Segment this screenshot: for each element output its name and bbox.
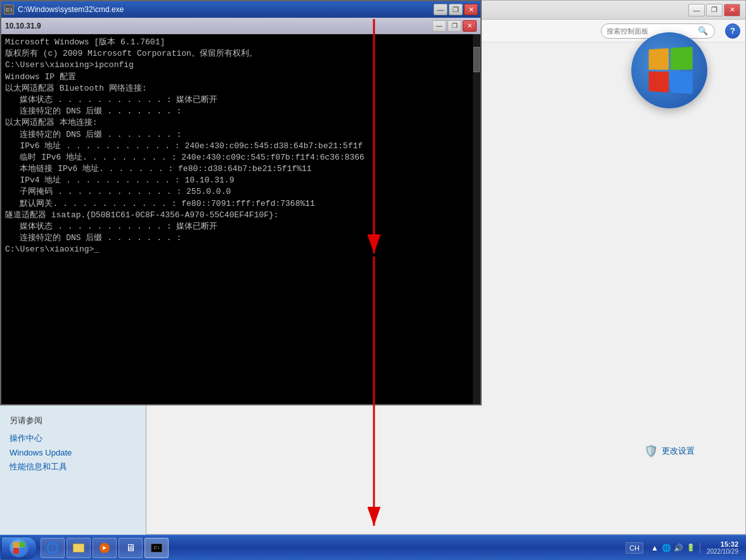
cmd-line: Microsoft Windows [版本 6.1.7601] [5,37,477,48]
cmd-line: C:\Users\xiaoxing>_ [5,244,477,255]
cmd-line: Windows IP 配置 [5,72,477,83]
cmd-line: 隧道适配器 isatap.{D50B1C61-0C8F-4356-A970-55… [5,210,477,221]
sidebar-link-action-center[interactable]: 操作中心 [10,433,136,444]
cp-help-button[interactable]: ? [725,23,740,39]
win-flag-q4 [670,72,692,94]
change-settings-button[interactable]: 🛡️ 更改设置 [644,444,695,458]
start-flag-q1 [13,542,19,548]
cmd-line: 连接特定的 DNS 后缀 . . . . . . . : [5,232,477,244]
tray-icon-battery: 🔋 [686,543,696,553]
start-flag-q4 [20,548,25,554]
taskbar-item-cmd[interactable]: C:\ [145,538,169,558]
cp-minimize-button[interactable]: — [688,4,705,16]
cmd-line: IPv6 地址 . . . . . . . . . . . : 240e:430… [5,141,477,152]
tray-icons: ▲ 🌐 🔊 🔋 [646,543,700,553]
clock-area[interactable]: 15:32 2022/10/29 [703,540,742,555]
cp-titlebar-buttons: — ❐ ✕ [688,4,740,16]
cmd-minimize-button[interactable]: — [434,4,447,15]
also-see-title: 另请参阅 [10,415,136,426]
cmd-window: C:\ C:\Windows\system32\cmd.exe — ❐ ✕ 10… [0,0,482,405]
lang-indicator[interactable]: CH [626,542,643,554]
putty-restore-button[interactable]: ❐ [447,20,461,32]
windows-logo [631,32,707,108]
taskbar-item-media[interactable]: ▶ [93,538,117,558]
start-button[interactable] [1,537,37,559]
cmd-line: IPv4 地址 . . . . . . . . . . . : 10.10.31… [5,175,477,186]
cmd-line: 子网掩码 . . . . . . . . . . . . : 255.0.0.0 [5,186,477,198]
bottom-left-sidebar: 另请参阅 操作中心 Windows Update 性能信息和工具 [0,405,146,535]
taskbar-right: CH ▲ 🌐 🔊 🔋 15:32 2022/10/29 [626,540,746,555]
cmd-window-icon: C:\ [4,4,14,15]
cmd-taskbar-icon-bg: C:\ [151,544,162,552]
change-settings-label: 更改设置 [662,445,695,457]
tray-icon-volume[interactable]: 🔊 [674,543,684,553]
windows-flag-logo [649,47,693,94]
cmd-title-buttons: — ❐ ✕ [434,4,478,15]
cmd-scroll-thumb[interactable] [473,47,480,72]
putty-close-button[interactable]: ✕ [463,20,477,32]
putty-title-buttons: — ❐ ✕ [432,20,477,32]
taskbar-item-ie[interactable]: e [41,538,65,558]
cp-restore-button[interactable]: ❐ [706,4,723,16]
win-flag-q1 [649,48,669,69]
cmd-titlebar: C:\ C:\Windows\system32\cmd.exe — ❐ ✕ [1,1,480,18]
ie-icon: e [46,542,59,554]
clock-date: 2022/10/29 [707,548,738,555]
change-settings-icon: 🛡️ [644,444,658,458]
cmd-line: 以太网适配器 本地连接: [5,117,477,129]
start-windows-flag [13,542,25,554]
ie-icon-circle: e [47,542,58,554]
start-flag-q3 [13,548,19,554]
remote-icon: 🖥 [124,542,137,554]
media-icon: ▶ [98,542,111,554]
cmd-scrollbar[interactable] [473,34,480,404]
windows-logo-circle [631,32,707,108]
cmd-title-text: C:\Windows\system32\cmd.exe [18,5,124,14]
start-flag-q2 [20,542,25,548]
win-flag-q3 [649,71,669,92]
cmd-restore-button[interactable]: ❐ [449,4,463,15]
taskbar-item-explorer[interactable] [67,538,91,558]
cmd-title-left: C:\ C:\Windows\system32\cmd.exe [4,4,124,15]
putty-minimize-button[interactable]: — [432,20,446,32]
cmd-line: 版权所有 (c) 2009 Microsoft Corporation。保留所有… [5,48,477,60]
taskbar: e ▶ 🖥 C:\ CH ▲ 🌐 🔊 🔋 [0,535,746,560]
putty-titlebar: 10.10.31.9 — ❐ ✕ [1,18,480,34]
cmd-content[interactable]: Microsoft Windows [版本 6.1.7601]版权所有 (c) … [1,34,480,404]
tray-icon-network[interactable]: 🌐 [662,543,672,553]
cp-close-button[interactable]: ✕ [724,4,740,16]
cmd-line: 默认网关. . . . . . . . . . . . : fe80::7091… [5,198,477,210]
cmd-line: 本地链接 IPv6 地址. . . . . . . : fe80::d38:64… [5,163,477,175]
cmd-line: 媒体状态 . . . . . . . . . . . : 媒体已断开 [5,221,477,232]
cmd-line: 连接特定的 DNS 后缀 . . . . . . . : [5,106,477,117]
taskbar-item-remote[interactable]: 🖥 [119,538,143,558]
taskbar-items: e ▶ 🖥 C:\ [41,538,626,558]
sidebar-link-windows-update[interactable]: Windows Update [10,448,136,457]
cmd-line: 连接特定的 DNS 后缀 . . . . . . . : [5,129,477,141]
sidebar-link-performance[interactable]: 性能信息和工具 [10,461,136,473]
putty-title-text: 10.10.31.9 [5,22,41,30]
explorer-icon [72,542,85,554]
folder-icon [73,544,84,552]
cmd-close-button[interactable]: ✕ [464,4,478,15]
start-orb [10,538,29,557]
media-player-icon: ▶ [100,543,110,553]
clock-time: 15:32 [707,540,738,548]
cmd-line: 临时 IPv6 地址. . . . . . . . . : 240e:430:c… [5,152,477,163]
tray-icon-arrow[interactable]: ▲ [650,543,660,553]
win-flag-q2 [670,47,692,70]
cmd-line: 以太网适配器 Bluetooth 网络连接: [5,83,477,94]
cmd-icon-taskbar: C:\ [150,542,163,554]
cmd-line: 媒体状态 . . . . . . . . . . . : 媒体已断开 [5,94,477,106]
cmd-line: C:\Users\xiaoxing>ipconfig [5,60,477,71]
